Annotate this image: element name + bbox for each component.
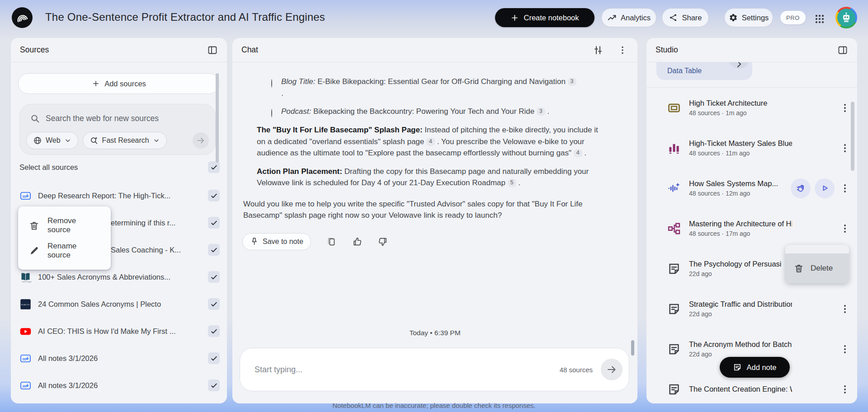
rename-source-menu-item[interactable]: Rename source [18, 238, 111, 263]
create-notebook-label: Create notebook [524, 14, 579, 22]
studio-item-more-icon[interactable] [842, 344, 848, 355]
note-icon [667, 342, 681, 356]
source-row[interactable]: mAll notes 3/1/2026 [11, 372, 227, 399]
google-apps-grid-icon[interactable] [812, 12, 827, 26]
share-button[interactable]: Share [662, 8, 709, 27]
note-icon [667, 262, 681, 276]
source-checkbox[interactable] [208, 217, 220, 229]
source-checkbox[interactable] [208, 298, 220, 310]
select-all-sources-row: Select all sources [19, 161, 220, 173]
studio-item-row[interactable]: How Sales Systems Map...48 sources · 12m… [646, 168, 857, 208]
source-checkbox[interactable] [208, 325, 220, 337]
studio-context-menu: Delete [785, 245, 849, 283]
collapse-panel-icon[interactable] [207, 45, 218, 56]
expand-panel-icon[interactable] [837, 45, 848, 56]
share-icon [669, 13, 678, 22]
notebook-title[interactable]: The One-Sentence Profit Extractor and AI… [45, 11, 325, 23]
thumbs-up-icon[interactable] [352, 236, 363, 247]
svg-text:m: m [23, 193, 27, 198]
source-checkbox[interactable] [208, 244, 220, 256]
chat-text: Podcast: Bikepacking the Backcountry: Po… [281, 106, 579, 117]
notebooklm-logo-icon[interactable] [12, 7, 33, 28]
source-row[interactable]: mAll notes 3/1/2026 [11, 345, 227, 372]
list-marker [271, 76, 281, 99]
user-avatar[interactable] [835, 7, 857, 28]
settings-button[interactable]: Settings [724, 8, 773, 27]
select-all-checkbox[interactable] [208, 161, 220, 173]
bar-chart-icon [667, 141, 681, 155]
studio-item-more-icon[interactable] [842, 183, 848, 194]
add-note-button[interactable]: Add note [720, 357, 790, 378]
save-to-note-button[interactable]: Save to note [242, 233, 311, 250]
studio-item-title: The Psychology of Persuasi [689, 260, 782, 268]
citation-chip[interactable]: 4 [574, 149, 582, 157]
studio-header: Studio [646, 38, 857, 62]
analytics-button[interactable]: Analytics [601, 8, 656, 27]
gear-icon [729, 13, 738, 22]
citation-chip[interactable]: 4 [426, 138, 435, 146]
chat-bullet-item: Podcast: Bikepacking the Backcountry: Po… [271, 106, 579, 117]
note-icon [733, 363, 742, 372]
delete-label: Delete [811, 264, 833, 273]
book-icon: Sales Playbook [19, 271, 32, 283]
chat-input[interactable] [255, 365, 560, 375]
list-marker [247, 166, 257, 189]
source-row[interactable]: PLECTO24 Common Sales Acronyms | Plecto [11, 290, 227, 318]
submit-search-button[interactable] [193, 132, 209, 149]
delete-menu-item[interactable]: Delete [785, 253, 849, 283]
studio-item-title: Strategic Traffic and Distribution... [689, 300, 792, 309]
chat-title: Chat [241, 45, 258, 55]
research-mode-dropdown[interactable]: Fast Research [83, 132, 167, 149]
source-checkbox[interactable] [208, 352, 220, 364]
source-row[interactable]: mDeep Research Report: The High-Tick... [11, 182, 227, 209]
studio-item-more-icon[interactable] [842, 103, 848, 113]
citation-chip[interactable]: 5 [508, 179, 516, 187]
web-filter-dropdown[interactable]: Web [26, 132, 78, 149]
studio-item-row[interactable]: High-Ticket Mastery Sales Blueprint48 so… [646, 128, 857, 168]
save-to-note-label: Save to note [263, 238, 303, 246]
flowchart-icon [667, 222, 681, 235]
chat-settings-icon[interactable] [592, 44, 604, 56]
studio-item-more-icon[interactable] [842, 384, 848, 395]
chat-more-menu-icon[interactable] [617, 44, 628, 56]
add-sources-button[interactable]: Add sources [18, 73, 220, 94]
source-checkbox[interactable] [208, 379, 220, 391]
studio-item-more-icon[interactable] [842, 143, 848, 154]
analytics-label: Analytics [621, 14, 651, 22]
citation-chip[interactable]: 3 [537, 108, 545, 116]
settings-label: Settings [742, 14, 769, 22]
play-audio-button[interactable] [815, 178, 835, 198]
carousel-next-button[interactable] [728, 62, 750, 69]
studio-item-meta: 48 sources · 12m ago [689, 190, 778, 197]
source-checkbox[interactable] [208, 190, 220, 201]
studio-item-row[interactable]: Strategic Traffic and Distribution...22d… [646, 289, 857, 329]
data-table-chip[interactable]: Data Table [656, 62, 752, 80]
send-message-button[interactable] [601, 359, 623, 380]
sources-scrollbar[interactable] [216, 73, 219, 163]
create-notebook-button[interactable]: Create notebook [495, 8, 594, 27]
source-row[interactable]: AI CEO: THIS is How I'd Make My First ..… [11, 318, 227, 345]
remove-source-label: Remove source [47, 216, 100, 234]
studio-item-text: The Acronym Method for Batching...22d ag… [689, 340, 792, 358]
share-label: Share [682, 14, 702, 22]
chat-scrollbar[interactable] [631, 340, 634, 356]
interactive-mode-button[interactable] [791, 178, 811, 198]
studio-item-title: Mastering the Architecture of High... [689, 220, 792, 228]
trash-icon [794, 263, 804, 273]
studio-item-row[interactable]: High Ticket Architecture48 sources · 1m … [646, 88, 857, 128]
chat-text: Action Plan Placement: Drafting the copy… [257, 166, 604, 189]
studio-item-more-icon[interactable] [842, 223, 848, 234]
studio-item-row[interactable]: Mastering the Architecture of High...48 … [646, 208, 857, 248]
remove-source-menu-item[interactable]: Remove source [18, 213, 111, 238]
add-sources-label: Add sources [104, 80, 146, 88]
citation-chip[interactable]: 3 [568, 78, 576, 86]
search-input[interactable] [46, 114, 206, 123]
studio-item-text: How Sales Systems Map...48 sources · 12m… [689, 179, 778, 197]
thumbs-down-icon[interactable] [378, 236, 388, 247]
source-checkbox[interactable] [208, 271, 220, 283]
studio-item-text: Strategic Traffic and Distribution...22d… [689, 300, 792, 318]
studio-scrollbar[interactable] [851, 102, 854, 171]
studio-item-more-icon[interactable] [842, 304, 848, 314]
source-title: All notes 3/1/2026 [38, 354, 208, 363]
copy-icon[interactable] [326, 236, 337, 247]
